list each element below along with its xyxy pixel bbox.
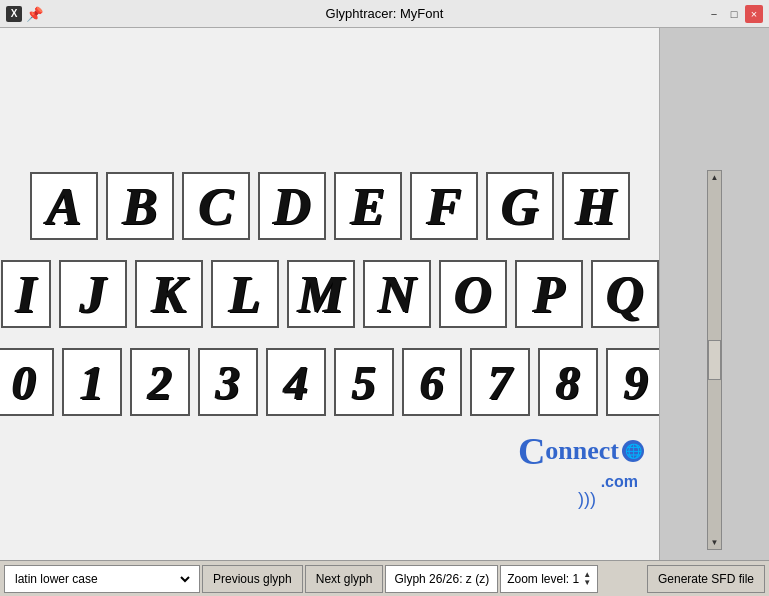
glyph-cell-D[interactable]: D bbox=[258, 172, 326, 240]
bottom-bar: latin lower case latin upper case digits… bbox=[0, 560, 769, 596]
glyph-cell-H[interactable]: H bbox=[562, 172, 630, 240]
glyph-cell-J[interactable]: J bbox=[59, 260, 127, 328]
right-panel: ▲ ▼ bbox=[659, 28, 769, 560]
glyph-cell-Q[interactable]: Q bbox=[591, 260, 659, 328]
glyph-cell-2[interactable]: 2 bbox=[130, 348, 190, 416]
glyph-cell-K[interactable]: K bbox=[135, 260, 203, 328]
glyph-cell-3[interactable]: 3 bbox=[198, 348, 258, 416]
glyph-cell-5[interactable]: 5 bbox=[334, 348, 394, 416]
logo-wifi-icon: ))) bbox=[578, 489, 596, 510]
main-content: A B C D E F G H I J K L M N O P Q bbox=[0, 28, 769, 560]
title-bar-left: X 📌 bbox=[6, 6, 43, 22]
logo-watermark: C onnect 🌐 .com ))) bbox=[518, 429, 644, 510]
scroll-down-icon[interactable]: ▼ bbox=[711, 538, 719, 547]
scrollbar[interactable]: ▲ ▼ bbox=[707, 170, 722, 550]
glyph-cell-4[interactable]: 4 bbox=[266, 348, 326, 416]
logo-onnect: onnect bbox=[545, 436, 619, 466]
title-bar: X 📌 Glyphtracer: MyFont − □ × bbox=[0, 0, 769, 28]
glyph-cell-I[interactable]: I bbox=[1, 260, 51, 328]
glyph-cell-8[interactable]: 8 bbox=[538, 348, 598, 416]
glyph-row-3: 0 1 2 3 4 5 6 7 8 9 bbox=[0, 348, 659, 416]
glyph-cell-G[interactable]: G bbox=[486, 172, 554, 240]
close-button[interactable]: × bbox=[745, 5, 763, 23]
previous-glyph-button[interactable]: Previous glyph bbox=[202, 565, 303, 593]
glyph-info-label: Glyph 26/26: z (z) bbox=[385, 565, 498, 593]
logo-dot-com: .com bbox=[601, 473, 638, 491]
glyph-cell-7[interactable]: 7 bbox=[470, 348, 530, 416]
pin-icon[interactable]: 📌 bbox=[26, 6, 43, 22]
glyph-cell-B[interactable]: B bbox=[106, 172, 174, 240]
logo-globe-icon: 🌐 bbox=[622, 440, 644, 462]
window-controls: − □ × bbox=[705, 5, 763, 23]
zoom-down-icon[interactable]: ▼ bbox=[583, 579, 591, 587]
glyph-cell-9[interactable]: 9 bbox=[606, 348, 660, 416]
glyph-row-2: I J K L M N O P Q bbox=[1, 260, 659, 328]
zoom-control: Zoom level: 1 ▲ ▼ bbox=[500, 565, 598, 593]
canvas-area: A B C D E F G H I J K L M N O P Q bbox=[0, 28, 659, 560]
glyph-cell-0[interactable]: 0 bbox=[0, 348, 54, 416]
glyph-cell-P[interactable]: P bbox=[515, 260, 583, 328]
app-icon-label: X bbox=[11, 8, 18, 19]
glyph-set-dropdown[interactable]: latin lower case latin upper case digits bbox=[4, 565, 200, 593]
glyph-cell-1[interactable]: 1 bbox=[62, 348, 122, 416]
glyph-cell-A[interactable]: A bbox=[30, 172, 98, 240]
maximize-button[interactable]: □ bbox=[725, 5, 743, 23]
scroll-up-icon[interactable]: ▲ bbox=[711, 173, 719, 182]
app-icon: X bbox=[6, 6, 22, 22]
glyph-cell-6[interactable]: 6 bbox=[402, 348, 462, 416]
window-title: Glyphtracer: MyFont bbox=[326, 6, 444, 21]
generate-sfd-button[interactable]: Generate SFD file bbox=[647, 565, 765, 593]
glyph-cell-L[interactable]: L bbox=[211, 260, 279, 328]
next-glyph-button[interactable]: Next glyph bbox=[305, 565, 384, 593]
logo-text: C onnect 🌐 bbox=[518, 429, 644, 473]
zoom-label: Zoom level: 1 bbox=[507, 572, 579, 586]
glyph-grid: A B C D E F G H I J K L M N O P Q bbox=[0, 152, 659, 436]
glyph-set-select[interactable]: latin lower case latin upper case digits bbox=[11, 571, 193, 587]
glyph-cell-E[interactable]: E bbox=[334, 172, 402, 240]
glyph-cell-O[interactable]: O bbox=[439, 260, 507, 328]
minimize-button[interactable]: − bbox=[705, 5, 723, 23]
logo-c-letter: C bbox=[518, 429, 545, 473]
glyph-cell-N[interactable]: N bbox=[363, 260, 431, 328]
scroll-thumb[interactable] bbox=[708, 340, 721, 380]
glyph-row-1: A B C D E F G H bbox=[30, 172, 630, 240]
zoom-arrows[interactable]: ▲ ▼ bbox=[583, 567, 591, 591]
glyph-cell-C[interactable]: C bbox=[182, 172, 250, 240]
glyph-cell-F[interactable]: F bbox=[410, 172, 478, 240]
glyph-cell-M[interactable]: M bbox=[287, 260, 355, 328]
